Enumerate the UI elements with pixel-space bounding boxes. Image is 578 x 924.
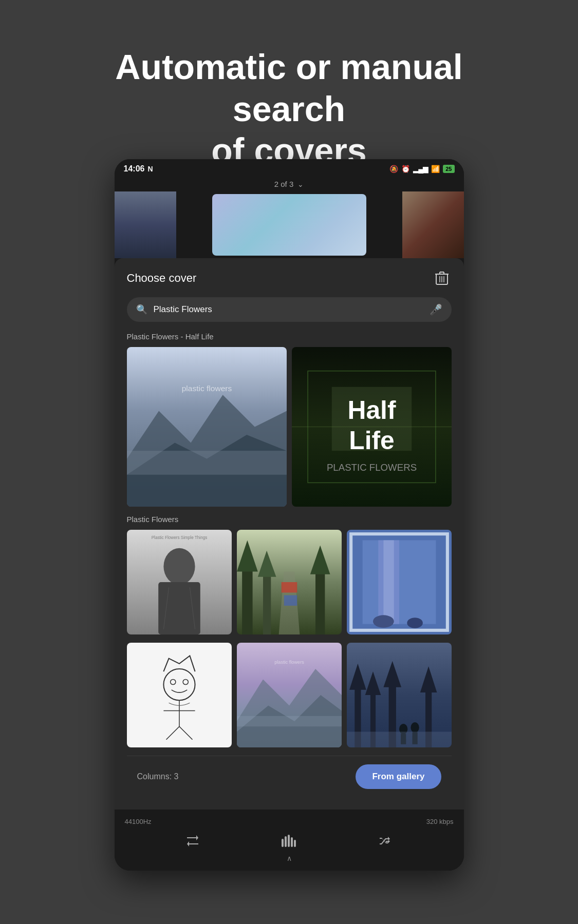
modal-header: Choose cover	[127, 268, 452, 288]
shuffle-icon[interactable]	[379, 835, 392, 850]
svg-rect-40	[383, 540, 394, 624]
mute-icon: 🔕	[389, 165, 398, 173]
line-art-cover-art	[127, 643, 232, 747]
section2-label: Plastic Flowers	[127, 515, 452, 524]
status-left: 14:06 N	[124, 164, 153, 174]
svg-rect-73	[291, 837, 293, 847]
cover-preview-strip	[115, 191, 464, 258]
columns-label: Columns: 3	[137, 772, 179, 781]
page-title: Automatic or manual search of covers	[84, 46, 495, 172]
battery-indicator: 25	[443, 165, 454, 173]
svg-rect-27	[242, 561, 252, 634]
cover-blue-photo-thumb[interactable]	[347, 530, 452, 634]
svg-rect-43	[127, 643, 232, 747]
cover-preview-center	[212, 194, 366, 256]
delete-cover-button[interactable]	[432, 268, 452, 288]
pagination-bar: 2 of 3 ⌄	[115, 177, 464, 191]
network-icon: N	[147, 165, 153, 173]
pastel-mountain-cover-art: plastic flowers	[237, 643, 342, 747]
swipe-indicator: ∧	[115, 854, 464, 867]
cover-preview-left	[115, 191, 176, 258]
modal-title: Choose cover	[127, 272, 197, 285]
svg-text:plastic flowers: plastic flowers	[181, 384, 232, 393]
cover-misty-thumb[interactable]: plastic flowers	[127, 347, 287, 507]
svg-rect-71	[285, 836, 287, 847]
cover-forest-thumb[interactable]	[237, 530, 342, 634]
svg-point-42	[407, 618, 423, 628]
status-bar: 14:06 N 🔕 ⏰ ▂▄▆ 📶 25	[115, 159, 464, 177]
svg-rect-29	[263, 572, 271, 634]
svg-rect-69	[347, 732, 452, 747]
wifi-icon: 📶	[431, 165, 440, 173]
section1-label: Plastic Flowers - Half Life	[127, 332, 452, 341]
phone-info-bar: 44100Hz 320 kbps	[115, 816, 464, 831]
search-input[interactable]	[154, 304, 423, 315]
svg-text:Half: Half	[347, 396, 396, 425]
svg-rect-54	[237, 716, 342, 726]
cover-dark-trees-thumb[interactable]	[347, 643, 452, 747]
cover-preview-right	[402, 191, 464, 258]
phone-nav-items	[115, 831, 464, 854]
svg-text:PLASTIC FLOWERS: PLASTIC FLOWERS	[326, 462, 416, 473]
from-gallery-button[interactable]: From gallery	[356, 764, 441, 789]
bitrate-label: 320 kbps	[426, 818, 454, 825]
trash-icon	[435, 271, 449, 285]
choose-cover-modal: Choose cover 🔍	[115, 258, 464, 810]
modal-footer: Columns: 3 From gallery	[127, 756, 452, 797]
cover-half-life-thumb[interactable]: Half Life PLASTIC FLOWERS	[292, 347, 452, 507]
cover-line-art-thumb[interactable]	[127, 643, 232, 747]
forest-cover-art	[237, 530, 342, 634]
sample-rate-label: 44100Hz	[125, 818, 152, 825]
equalizer-icon[interactable]	[281, 835, 296, 850]
signal-icon: ▂▄▆	[413, 165, 428, 173]
cover-bw-portrait-thumb[interactable]: Plastic Flowers Simple Things	[127, 530, 232, 634]
alarm-icon: ⏰	[401, 165, 410, 173]
dark-trees-cover-art	[347, 643, 452, 747]
search-icon: 🔍	[136, 304, 147, 315]
svg-rect-70	[282, 839, 284, 847]
svg-text:plastic flowers: plastic flowers	[274, 660, 304, 665]
svg-rect-72	[288, 835, 290, 847]
svg-text:Plastic Flowers   Simple Thing: Plastic Flowers Simple Things	[151, 535, 207, 540]
svg-rect-74	[294, 840, 296, 847]
pagination-text: 2 of 3	[274, 180, 294, 188]
repeat-icon[interactable]	[186, 835, 199, 850]
section1-grid: plastic flowers	[127, 347, 452, 507]
section2-grid-row1: Plastic Flowers Simple Things	[127, 530, 452, 634]
section2-grid-row2: plastic flowers	[127, 643, 452, 747]
svg-rect-34	[281, 582, 297, 592]
svg-rect-35	[284, 595, 297, 606]
bw-portrait-cover-art: Plastic Flowers Simple Things	[127, 530, 232, 634]
svg-text:Life: Life	[349, 426, 394, 455]
search-bar[interactable]: 🔍 🎤	[127, 297, 452, 322]
time-display: 14:06	[124, 164, 145, 174]
svg-point-67	[411, 722, 419, 733]
svg-point-21	[163, 548, 195, 585]
page-background: Automatic or manual search of covers 14:…	[0, 0, 578, 924]
blue-photo-cover-art	[347, 530, 452, 634]
status-right: 🔕 ⏰ ▂▄▆ 📶 25	[389, 165, 454, 173]
phone-frame: 14:06 N 🔕 ⏰ ▂▄▆ 📶 25 2 of 3 ⌄	[115, 159, 464, 871]
svg-rect-22	[158, 582, 200, 634]
svg-rect-11	[127, 451, 287, 475]
phone-bottom-nav: 44100Hz 320 kbps	[115, 810, 464, 871]
microphone-icon[interactable]: 🎤	[430, 303, 442, 316]
svg-rect-31	[315, 566, 325, 634]
svg-point-41	[373, 615, 394, 627]
misty-cover-art: plastic flowers	[127, 347, 287, 507]
chevron-down-icon[interactable]: ⌄	[297, 180, 304, 188]
half-life-cover-art: Half Life PLASTIC FLOWERS	[292, 347, 452, 507]
cover-pastel-mountain-thumb[interactable]: plastic flowers	[237, 643, 342, 747]
